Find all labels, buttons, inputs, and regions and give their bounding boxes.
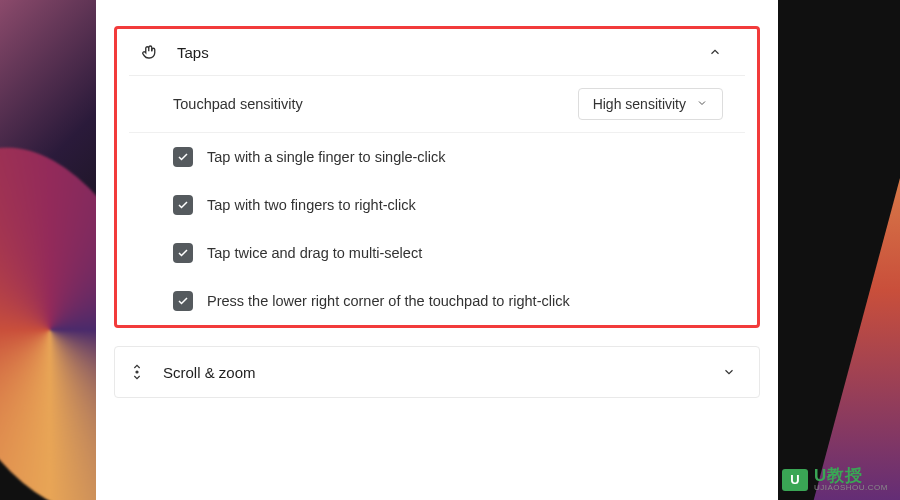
option-label: Tap with a single finger to single-click <box>207 149 446 165</box>
option-label: Tap twice and drag to multi-select <box>207 245 422 261</box>
sensitivity-dropdown[interactable]: High sensitivity <box>578 88 723 120</box>
scroll-icon <box>123 363 151 381</box>
svg-point-0 <box>136 371 138 373</box>
scroll-zoom-title: Scroll & zoom <box>163 364 721 381</box>
watermark-sub: UJIAOSHOU.COM <box>814 484 888 492</box>
option-tap-twice-drag: Tap twice and drag to multi-select <box>129 229 745 277</box>
sensitivity-value: High sensitivity <box>593 96 686 112</box>
sensitivity-row: Touchpad sensitivity High sensitivity <box>129 76 745 133</box>
option-lower-right-corner: Press the lower right corner of the touc… <box>129 277 745 325</box>
watermark: U U教授 UJIAOSHOU.COM <box>782 467 888 492</box>
chevron-down-icon <box>696 96 708 112</box>
taps-title: Taps <box>177 44 707 61</box>
chevron-down-icon <box>721 364 737 380</box>
chevron-up-icon <box>707 44 723 60</box>
tap-icon <box>137 43 165 61</box>
option-two-finger-tap: Tap with two fingers to right-click <box>129 181 745 229</box>
scroll-zoom-header[interactable]: Scroll & zoom <box>115 347 759 397</box>
taps-header[interactable]: Taps <box>129 29 745 76</box>
checkbox-tap-twice-drag[interactable] <box>173 243 193 263</box>
watermark-icon: U <box>782 469 808 491</box>
section-scroll-zoom: Scroll & zoom <box>114 346 760 398</box>
watermark-main: U教授 <box>814 467 888 484</box>
option-label: Press the lower right corner of the touc… <box>207 293 570 309</box>
touchpad-settings-panel: Taps Touchpad sensitivity High sensitivi… <box>96 0 778 500</box>
option-label: Tap with two fingers to right-click <box>207 197 416 213</box>
checkbox-single-tap[interactable] <box>173 147 193 167</box>
sensitivity-label: Touchpad sensitivity <box>173 96 578 112</box>
option-single-tap: Tap with a single finger to single-click <box>129 133 745 181</box>
checkbox-lower-right-corner[interactable] <box>173 291 193 311</box>
section-taps: Taps Touchpad sensitivity High sensitivi… <box>114 26 760 328</box>
checkbox-two-finger-tap[interactable] <box>173 195 193 215</box>
